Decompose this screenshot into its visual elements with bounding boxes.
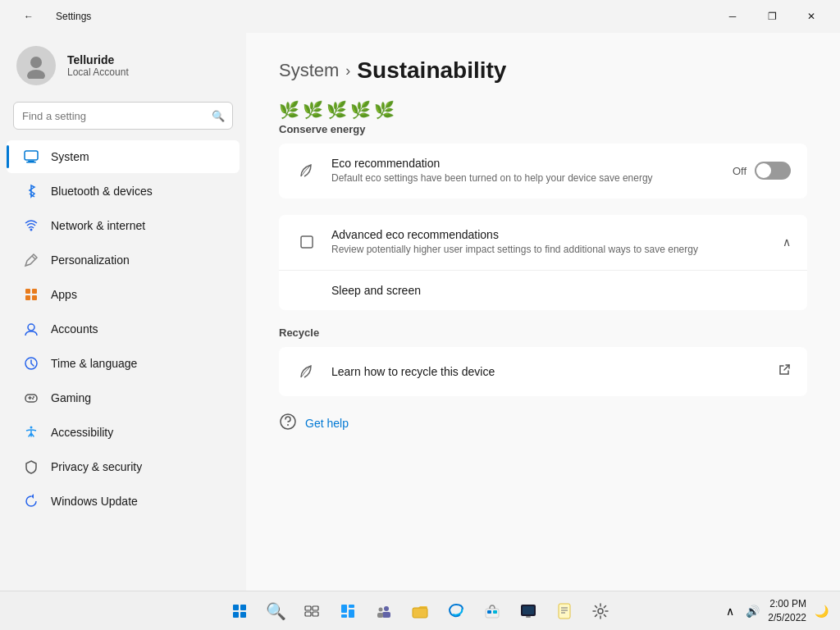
eco-toggle-right: Off	[733, 162, 791, 180]
advanced-eco-icon	[295, 231, 318, 253]
personalization-icon	[23, 252, 39, 268]
titlebar-controls: ─ ❐ ✕	[714, 3, 830, 30]
user-profile[interactable]: Telluride Local Account	[0, 33, 246, 98]
taskbar-teams-button[interactable]	[368, 595, 400, 628]
taskbar-notes-button[interactable]	[548, 595, 581, 628]
eco-toggle[interactable]	[755, 162, 791, 180]
svg-point-18	[287, 424, 289, 426]
recycle-title: Learn how to recycle this device	[331, 365, 765, 378]
sidebar-label-accessibility: Accessibility	[51, 426, 113, 439]
taskbar-search-button[interactable]: 🔍	[259, 595, 292, 628]
back-button[interactable]: ←	[10, 3, 48, 30]
eco-toggle-label: Off	[733, 165, 746, 177]
sidebar-item-accessibility[interactable]: Accessibility	[7, 416, 240, 449]
get-help-text[interactable]: Get help	[305, 417, 349, 430]
search-bar[interactable]: 🔍	[13, 102, 233, 130]
taskbar-app1-button[interactable]	[512, 595, 545, 628]
svg-rect-26	[313, 612, 318, 616]
advanced-eco-header[interactable]: Advanced eco recommendations Review pote…	[279, 215, 807, 270]
username: Telluride	[67, 53, 129, 66]
taskbar-date-display: 2/5/2022	[768, 611, 806, 625]
svg-point-5	[30, 229, 33, 231]
taskbar-edge-button[interactable]	[440, 595, 472, 628]
svg-rect-29	[341, 614, 347, 618]
sidebar-label-system: System	[51, 150, 89, 163]
breadcrumb-arrow: ›	[345, 62, 350, 80]
sidebar-label-gaming: Gaming	[51, 391, 91, 404]
sidebar-label-personalization: Personalization	[51, 253, 130, 267]
taskbar-explorer-button[interactable]	[404, 595, 436, 628]
minimize-button[interactable]: ─	[714, 3, 751, 30]
sidebar-item-personalization[interactable]: Personalization	[7, 244, 240, 276]
sidebar-label-privacy: Privacy & security	[51, 460, 142, 473]
taskbar-widgets-button[interactable]	[331, 595, 364, 628]
taskbar-store-button[interactable]	[476, 595, 509, 628]
sidebar-item-accounts[interactable]: Accounts	[7, 313, 240, 345]
sidebar-item-privacy[interactable]: Privacy & security	[7, 450, 240, 483]
update-icon	[23, 493, 39, 509]
privacy-icon	[23, 459, 39, 475]
sleep-and-screen-item[interactable]: Sleep and screen	[279, 271, 807, 310]
taskbar-tray: ∧	[723, 603, 737, 619]
volume-icon[interactable]: 🔊	[742, 603, 763, 619]
advanced-eco-content: Advanced eco recommendations Review pote…	[331, 228, 769, 257]
taskbar-taskview-button[interactable]	[295, 595, 328, 628]
eco-recommendation-card: Eco recommendation Default eco settings …	[279, 144, 807, 199]
leaf-icon-5: 🌿	[374, 100, 395, 120]
notification-icon[interactable]: 🌙	[811, 603, 832, 619]
sidebar-item-gaming[interactable]: Gaming	[7, 381, 240, 414]
svg-rect-21	[233, 612, 239, 618]
sidebar-label-apps: Apps	[51, 288, 77, 301]
svg-rect-8	[25, 295, 30, 300]
eco-recommendation-title: Eco recommendation	[331, 157, 719, 170]
recycle-icon	[295, 360, 318, 383]
close-button[interactable]: ✕	[792, 3, 830, 30]
search-icon: 🔍	[212, 110, 225, 122]
bluetooth-icon	[23, 183, 39, 199]
leaf-icons-row: 🌿 🌿 🌿 🌿 🌿	[279, 100, 807, 120]
titlebar-left: ← Settings	[10, 3, 91, 30]
recycle-card[interactable]: Learn how to recycle this device	[279, 347, 807, 396]
network-icon	[23, 217, 39, 234]
sidebar-item-bluetooth[interactable]: Bluetooth & devices	[7, 175, 240, 208]
toggle-thumb	[756, 163, 771, 178]
svg-rect-41	[523, 606, 534, 614]
sidebar-item-time[interactable]: Time & language	[7, 347, 240, 380]
svg-point-0	[30, 57, 42, 68]
svg-rect-4	[26, 162, 36, 163]
tray-expand-icon[interactable]: ∧	[723, 603, 737, 619]
apps-icon	[23, 286, 39, 303]
page-title: Sustainability	[357, 57, 506, 84]
get-help-icon	[279, 413, 297, 435]
maximize-button[interactable]: ❐	[753, 3, 791, 30]
eco-recommendation-row: Eco recommendation Default eco settings …	[279, 144, 807, 199]
sidebar-label-update: Windows Update	[51, 495, 138, 508]
sidebar-item-update[interactable]: Windows Update	[7, 485, 240, 518]
sidebar-item-system[interactable]: System	[7, 140, 240, 173]
system-icon	[23, 148, 39, 165]
svg-point-15	[30, 427, 33, 429]
search-input[interactable]	[13, 102, 233, 130]
taskbar-clock[interactable]: 2:00 PM 2/5/2022	[768, 597, 806, 625]
taskbar-settings-button[interactable]	[584, 595, 617, 628]
user-info: Telluride Local Account	[67, 53, 129, 78]
app-body: Telluride Local Account 🔍 System	[0, 33, 840, 591]
taskbar-time-display: 2:00 PM	[768, 597, 806, 611]
breadcrumb-system[interactable]: System	[279, 60, 339, 81]
time-icon	[23, 355, 39, 372]
taskbar: 🔍	[0, 591, 840, 630]
get-help[interactable]: Get help	[279, 413, 807, 435]
svg-point-10	[28, 324, 34, 331]
eco-icon	[295, 159, 318, 182]
eco-recommendation-content: Eco recommendation Default eco settings …	[331, 157, 719, 185]
sidebar: Telluride Local Account 🔍 System	[0, 33, 246, 591]
svg-rect-20	[240, 605, 246, 610]
taskbar-start-button[interactable]	[223, 595, 256, 628]
svg-rect-39	[493, 610, 497, 614]
sidebar-label-accounts: Accounts	[51, 322, 98, 336]
eco-recommendation-desc: Default eco settings have been turned on…	[331, 171, 719, 185]
avatar	[16, 46, 56, 85]
sidebar-item-network[interactable]: Network & internet	[7, 209, 240, 242]
sidebar-item-apps[interactable]: Apps	[7, 278, 240, 311]
svg-point-1	[27, 70, 45, 79]
